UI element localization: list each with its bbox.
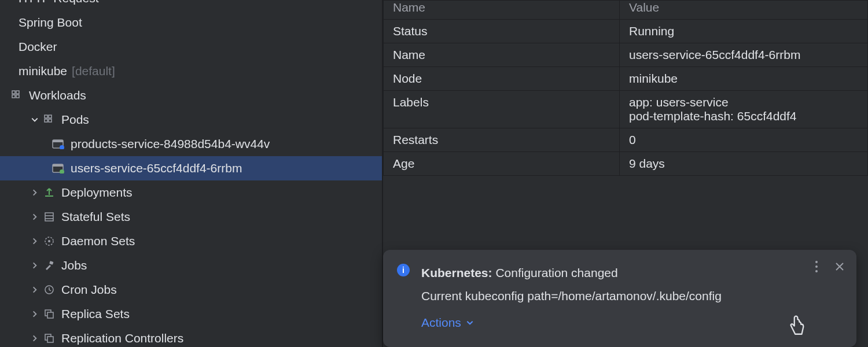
tree-item-workloads[interactable]: Workloads [0,83,382,108]
tree-item-jobs[interactable]: Jobs [0,253,382,278]
chevron-right-icon [28,261,42,270]
tree-item-minikube[interactable]: minikube [default] [0,59,382,83]
svg-rect-5 [49,115,52,118]
stateful-icon [42,211,57,223]
chevron-right-icon [28,189,42,197]
svg-rect-24 [47,337,53,342]
cell-name: Status [384,20,620,43]
tree-item-docker[interactable]: Docker [0,35,382,59]
notification-title-rest: Configuration changed [495,266,617,279]
table-row[interactable]: Name users-service-65ccf4ddf4-6rrbm [384,43,868,67]
tree-item-deployments[interactable]: Deployments [0,180,382,205]
tree-label: HTTP Request [19,0,99,5]
svg-rect-0 [12,91,15,94]
tree-label: Docker [19,40,57,54]
cell-value: 0 [620,128,868,152]
chevron-down-icon [466,319,474,327]
grid-icon [42,114,57,125]
actions-dropdown[interactable]: Actions [421,311,474,334]
tree-item-replication-controllers[interactable]: Replication Controllers [0,326,382,347]
notification-title: Kubernetes: Configuration changed [421,261,843,285]
notification-body: Current kubeconfig path=/home/artamonov/… [421,285,843,308]
clock-icon [42,284,57,296]
pod-blue-icon [51,139,66,149]
tree-label: Deployments [61,186,133,200]
svg-point-18 [48,240,50,242]
replica-icon [42,333,57,344]
table-header-value: Value [620,1,868,20]
svg-rect-2 [12,95,15,98]
notification-toast: i Kubernetes: Configuration changed Curr… [383,250,856,347]
table-row[interactable]: Node minikube [384,67,868,91]
tree-item-statefulsets[interactable]: Stateful Sets [0,205,382,229]
table-row[interactable]: Status Running [384,20,868,43]
tree-item-daemonsets[interactable]: Daemon Sets [0,229,382,253]
chevron-down-icon [28,116,42,124]
tree-label: Jobs [61,259,87,272]
tree-item-cronjobs[interactable]: Cron Jobs [0,278,382,302]
table-row[interactable]: Labels app: users-service pod-template-h… [384,91,868,128]
pod-green-icon [51,163,66,174]
tree-suffix: [default] [72,64,115,78]
tree-item-replicasets[interactable]: Replica Sets [0,302,382,326]
cursor-hand-icon [787,315,807,341]
svg-rect-6 [45,119,47,122]
table-row[interactable]: Restarts 0 [384,128,868,152]
more-button[interactable] [815,260,818,273]
tree-label: products-service-84988d54b4-wv44v [71,137,270,151]
details-table: Name Value Status Running Name users-ser… [383,0,868,176]
tree-item-pod-products[interactable]: products-service-84988d54b4-wv44v [0,132,382,156]
svg-rect-12 [53,164,63,167]
cell-name: Labels [384,91,620,128]
cell-name: Restarts [384,128,620,152]
tree-label: minikube [19,64,67,78]
replica-icon [42,308,57,320]
tree-label: Replication Controllers [61,331,183,345]
chevron-right-icon [28,237,42,245]
chevron-right-icon [28,213,42,221]
cell-name: Age [384,152,620,176]
svg-rect-1 [16,91,19,94]
svg-point-25 [815,261,818,263]
notification-title-prefix: Kubernetes: [421,266,492,279]
tree-label: Replica Sets [61,307,130,321]
cell-value: users-service-65ccf4ddf4-6rrbm [620,43,868,67]
chevron-right-icon [28,334,42,342]
table-header-name: Name [384,1,620,20]
cell-name: Name [384,43,620,67]
svg-rect-3 [16,95,19,98]
cell-value: Running [620,20,868,43]
svg-rect-9 [53,140,63,142]
svg-rect-4 [45,115,47,118]
close-button[interactable] [834,261,845,272]
hammer-icon [42,260,57,271]
tree-item-spring-boot[interactable]: Spring Boot [0,10,382,35]
grid-icon [9,90,24,101]
tree-item-http-request[interactable]: HTTP Request [0,0,382,10]
cell-name: Node [384,67,620,91]
deploy-icon [42,187,57,198]
chevron-right-icon [28,286,42,294]
svg-point-27 [815,270,818,272]
svg-rect-19 [49,261,53,265]
tree-label: Cron Jobs [61,283,117,297]
tree-label: Stateful Sets [61,210,130,224]
table-row[interactable]: Age 9 days [384,152,868,176]
sidebar-tree: HTTP Request Spring Boot Docker minikube… [0,0,382,347]
tree-label: Daemon Sets [61,234,135,248]
actions-label: Actions [421,311,461,334]
svg-rect-14 [45,213,53,221]
cell-value: app: users-service pod-template-hash: 65… [620,91,868,128]
svg-rect-7 [49,119,52,122]
cell-value: 9 days [620,152,868,176]
cell-value: minikube [620,67,868,91]
tree-label: users-service-65ccf4ddf4-6rrbm [71,161,242,175]
tree-label: Workloads [29,88,86,102]
chevron-right-icon [28,310,42,318]
svg-point-26 [815,265,818,268]
tree-label: Spring Boot [19,16,82,29]
tree-item-pod-users[interactable]: users-service-65ccf4ddf4-6rrbm [0,156,382,180]
svg-rect-22 [47,312,53,318]
daemon-icon [42,235,57,247]
tree-item-pods[interactable]: Pods [0,108,382,132]
